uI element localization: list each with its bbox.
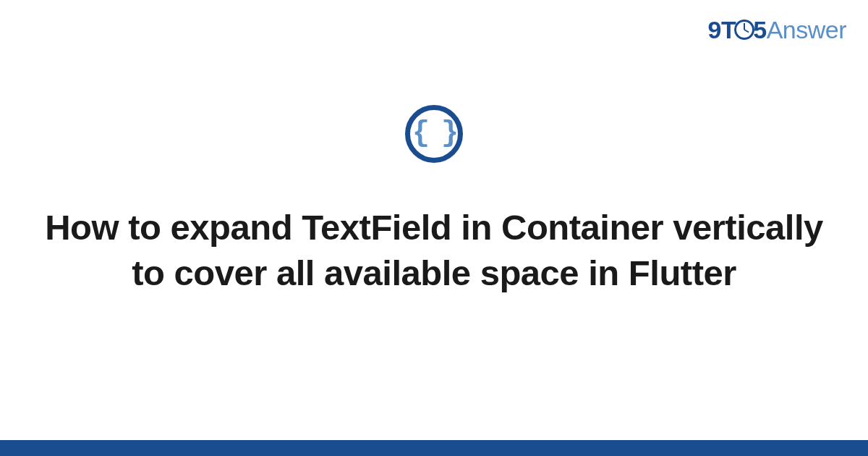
logo-nine: 9 <box>708 16 721 43</box>
page-title: How to expand TextField in Container ver… <box>43 205 825 295</box>
logo-t: T <box>721 16 736 43</box>
logo-answer: Answer <box>767 16 846 43</box>
logo-five: 5 <box>753 16 766 43</box>
code-braces-icon: { } <box>405 105 463 163</box>
footer-bar <box>0 440 868 456</box>
clock-icon <box>734 20 754 40</box>
braces-symbol: { } <box>412 119 456 148</box>
site-logo: 9T5Answer <box>708 16 847 44</box>
